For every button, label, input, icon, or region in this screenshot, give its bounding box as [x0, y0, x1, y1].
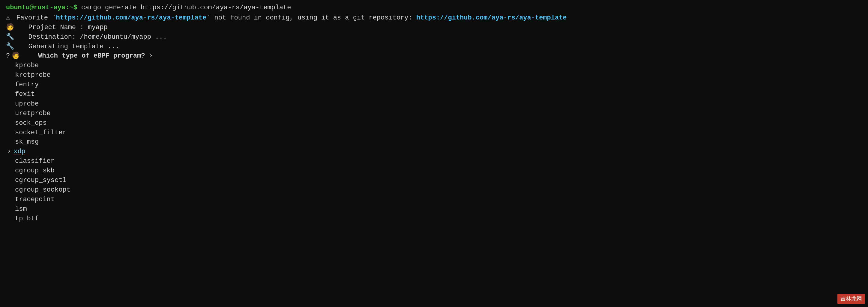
selection-arrow: › — [7, 147, 11, 156]
generating-line: 🔧 Generating template ... — [6, 42, 862, 52]
list-item: cgroup_sysctl — [6, 176, 862, 185]
list-item: cgroup_skb — [6, 166, 862, 176]
list-item: fentry — [6, 80, 862, 90]
list-item: tp_btf — [6, 214, 862, 224]
command-text: cargo generate https://github.com/aya-rs… — [78, 3, 291, 12]
destination-text: Destination: /home/ubuntu/myapp ... — [17, 32, 167, 42]
question-line: ? 🧑 Which type of eBPF program? › — [6, 51, 862, 61]
list-item: sk_msg — [6, 137, 862, 147]
list-item: fexit — [6, 90, 862, 99]
selected-item-text: xdp — [13, 147, 26, 156]
project-name-label: Project Name : — [17, 23, 88, 32]
list-item: kretprobe — [6, 70, 862, 80]
person-icon-2: 🧑 — [12, 51, 20, 61]
list-item: classifier — [6, 156, 862, 166]
generating-text: Generating template ... — [17, 42, 119, 52]
prompt-text: ubuntu@rust-aya:~$ — [6, 3, 78, 12]
person-icon: 🧑 — [6, 23, 14, 32]
wrench-icon-2: 🔧 — [6, 42, 14, 52]
project-name-line: 🧑 Project Name : myapp — [6, 23, 862, 32]
list-item: uprobe — [6, 99, 862, 109]
warning-url-2: https://github.com/aya-rs/aya-template — [416, 13, 567, 23]
warning-url-1: https://github.com/aya-rs/aya-template — [56, 13, 206, 23]
project-name-value: myapp — [88, 23, 108, 32]
selected-item-row: › xdp — [6, 147, 862, 156]
command-line: ubuntu@rust-aya:~$ cargo generate https:… — [6, 3, 862, 12]
list-item: lsm — [6, 205, 862, 214]
watermark-badge: 吉林龙网 — [837, 294, 865, 304]
list-item: uretprobe — [6, 109, 862, 118]
list-item: tracepoint — [6, 195, 862, 205]
warning-text-mid: ` not found in config, using it as a git… — [206, 13, 416, 23]
question-text: Which type of eBPF program? — [22, 51, 149, 61]
question-arrow: › — [149, 51, 153, 61]
warning-line: ⚠ Favorite ` https://github.com/aya-rs/a… — [6, 13, 862, 23]
warning-text-pre: Favorite ` — [12, 13, 56, 23]
list-item: sock_ops — [6, 118, 862, 128]
destination-line: 🔧 Destination: /home/ubuntu/myapp ... — [6, 32, 862, 42]
question-mark: ? — [6, 51, 10, 61]
list-item: socket_filter — [6, 128, 862, 137]
wrench-icon-1: 🔧 — [6, 32, 14, 42]
list-item: cgroup_sockopt — [6, 185, 862, 195]
list-item: kprobe — [6, 61, 862, 70]
warning-icon: ⚠ — [6, 13, 10, 23]
